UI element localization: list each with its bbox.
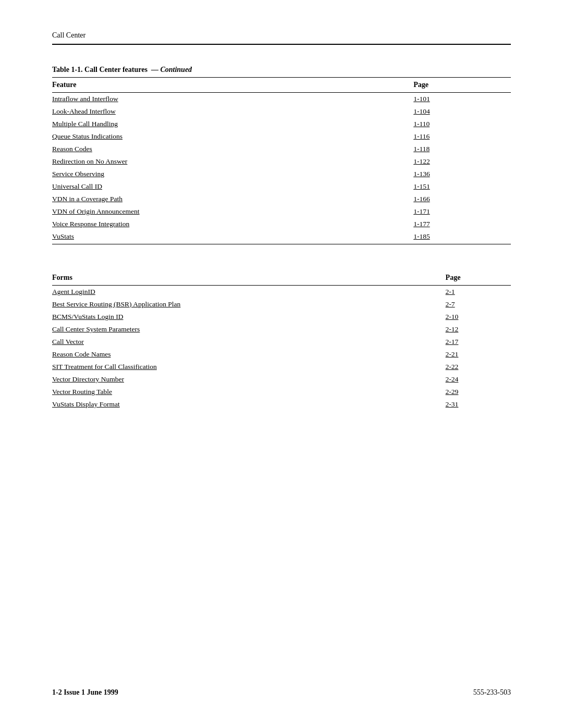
form-link[interactable]: Reason Code Names — [52, 350, 111, 358]
table-row: VDN of Origin Announcement1-171 — [52, 205, 511, 218]
form-cell[interactable]: Call Vector — [52, 336, 435, 348]
page-cell[interactable]: 2-22 — [435, 361, 511, 373]
page-cell[interactable]: 1-101 — [403, 93, 511, 106]
page-link[interactable]: 2-17 — [446, 338, 459, 346]
form-link[interactable]: Agent LoginID — [52, 288, 95, 295]
feature-table-header-row: Feature Page — [52, 78, 511, 93]
page-link[interactable]: 1-177 — [413, 220, 430, 228]
table-row: Vector Directory Number2-24 — [52, 373, 511, 386]
page-link[interactable]: 2-12 — [446, 325, 459, 333]
page-cell[interactable]: 2-24 — [435, 373, 511, 386]
page-link[interactable]: 1-166 — [413, 195, 430, 203]
form-cell[interactable]: VuStats Display Format — [52, 398, 435, 411]
table-row: BCMS/VuStats Login ID2-10 — [52, 311, 511, 323]
feature-cell[interactable]: Universal Call ID — [52, 180, 403, 193]
page-link[interactable]: 1-116 — [413, 132, 430, 140]
table-row: Reason Code Names2-21 — [52, 348, 511, 361]
page-cell[interactable]: 2-12 — [435, 323, 511, 336]
feature-cell[interactable]: Queue Status Indications — [52, 130, 403, 143]
feature-cell[interactable]: Multiple Call Handling — [52, 118, 403, 130]
page-cell[interactable]: 2-29 — [435, 386, 511, 398]
page-link[interactable]: 1-185 — [413, 232, 430, 240]
form-cell[interactable]: Vector Directory Number — [52, 373, 435, 386]
form-cell[interactable]: Call Center System Parameters — [52, 323, 435, 336]
form-cell[interactable]: Best Service Routing (BSR) Application P… — [52, 298, 435, 311]
form-link[interactable]: VuStats Display Format — [52, 400, 120, 408]
form-link[interactable]: Vector Directory Number — [52, 375, 124, 383]
page-link[interactable]: 1-101 — [413, 95, 430, 103]
feature-cell[interactable]: Service Observing — [52, 168, 403, 180]
page-link[interactable]: 2-1 — [446, 288, 455, 295]
page-cell[interactable]: 1-185 — [403, 230, 511, 244]
page-link[interactable]: 2-10 — [446, 313, 459, 320]
form-cell[interactable]: SIT Treatment for Call Classification — [52, 361, 435, 373]
page-link[interactable]: 1-136 — [413, 170, 430, 178]
page-cell[interactable]: 1-122 — [403, 155, 511, 168]
page-link[interactable]: 2-31 — [446, 400, 459, 408]
form-link[interactable]: Call Vector — [52, 338, 84, 346]
page-link[interactable]: 1-122 — [413, 157, 430, 165]
feature-link[interactable]: Service Observing — [52, 170, 104, 178]
page-link[interactable]: 1-151 — [413, 182, 430, 190]
feature-link[interactable]: VuStats — [52, 232, 74, 240]
table1-title-main: Call Center features — [84, 66, 148, 73]
page-cell[interactable]: 1-177 — [403, 218, 511, 230]
page-cell[interactable]: 1-104 — [403, 105, 511, 118]
feature-cell[interactable]: Intraflow and Interflow — [52, 93, 403, 106]
page-link[interactable]: 2-24 — [446, 375, 459, 383]
feature-link[interactable]: Redirection on No Answer — [52, 157, 127, 165]
feature-link[interactable]: Queue Status Indications — [52, 132, 123, 140]
feature-cell[interactable]: VDN in a Coverage Path — [52, 193, 403, 205]
page-link[interactable]: 1-118 — [413, 145, 430, 153]
form-cell[interactable]: Reason Code Names — [52, 348, 435, 361]
feature-link[interactable]: Reason Codes — [52, 145, 92, 153]
page-cell[interactable]: 2-10 — [435, 311, 511, 323]
page-cell[interactable]: 1-118 — [403, 143, 511, 155]
page-cell[interactable]: 1-110 — [403, 118, 511, 130]
page-link[interactable]: 1-110 — [413, 120, 430, 128]
feature-link[interactable]: Universal Call ID — [52, 182, 102, 190]
form-cell[interactable]: Agent LoginID — [52, 286, 435, 299]
feature-link[interactable]: Look-Ahead Interflow — [52, 107, 116, 115]
table-row: Reason Codes1-118 — [52, 143, 511, 155]
page-cell[interactable]: 2-21 — [435, 348, 511, 361]
page-cell[interactable]: 2-31 — [435, 398, 511, 411]
feature-cell[interactable]: Voice Response Integration — [52, 218, 403, 230]
form-cell[interactable]: BCMS/VuStats Login ID — [52, 311, 435, 323]
form-link[interactable]: Vector Routing Table — [52, 388, 112, 396]
feature-link[interactable]: VDN in a Coverage Path — [52, 195, 123, 203]
page-cell[interactable]: 1-166 — [403, 193, 511, 205]
page-cell[interactable]: 1-116 — [403, 130, 511, 143]
page-link[interactable]: 2-22 — [446, 363, 459, 371]
forms-table: Forms Page Agent LoginID2-1Best Service … — [52, 270, 511, 411]
page-cell[interactable]: 1-151 — [403, 180, 511, 193]
page-link[interactable]: 2-7 — [446, 300, 455, 308]
form-link[interactable]: Call Center System Parameters — [52, 325, 140, 333]
feature-cell[interactable]: Reason Codes — [52, 143, 403, 155]
feature-cell[interactable]: Look-Ahead Interflow — [52, 105, 403, 118]
form-link[interactable]: Best Service Routing (BSR) Application P… — [52, 300, 180, 308]
page-link[interactable]: 1-171 — [413, 207, 430, 215]
feature-link[interactable]: Intraflow and Interflow — [52, 95, 118, 103]
forms-col-header: Forms — [52, 270, 435, 286]
page-link[interactable]: 2-29 — [446, 388, 459, 396]
form-cell[interactable]: Vector Routing Table — [52, 386, 435, 398]
feature-link[interactable]: Voice Response Integration — [52, 220, 129, 228]
form-link[interactable]: BCMS/VuStats Login ID — [52, 313, 123, 320]
page-cell[interactable]: 2-7 — [435, 298, 511, 311]
table-row: VuStats1-185 — [52, 230, 511, 244]
page-cell[interactable]: 1-171 — [403, 205, 511, 218]
page-cell[interactable]: 2-1 — [435, 286, 511, 299]
feature-link[interactable]: VDN of Origin Announcement — [52, 207, 140, 215]
form-link[interactable]: SIT Treatment for Call Classification — [52, 363, 157, 371]
footer-right: 555-233-503 — [473, 688, 511, 697]
page-cell[interactable]: 2-17 — [435, 336, 511, 348]
page-cell[interactable]: 1-136 — [403, 168, 511, 180]
feature-cell[interactable]: VuStats — [52, 230, 403, 244]
page-link[interactable]: 1-104 — [413, 107, 430, 115]
table-row: Voice Response Integration1-177 — [52, 218, 511, 230]
feature-cell[interactable]: VDN of Origin Announcement — [52, 205, 403, 218]
feature-cell[interactable]: Redirection on No Answer — [52, 155, 403, 168]
page-link[interactable]: 2-21 — [446, 350, 459, 358]
feature-link[interactable]: Multiple Call Handling — [52, 120, 118, 128]
